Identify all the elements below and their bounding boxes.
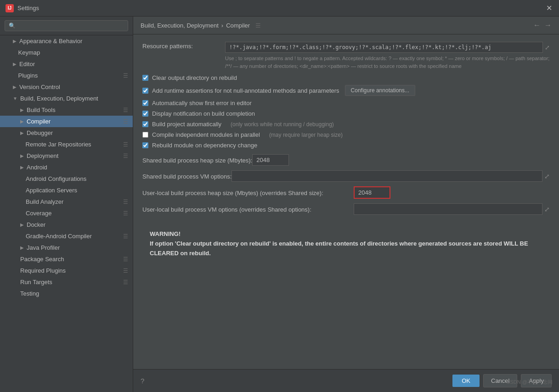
sidebar-item-editor[interactable]: ▶ Editor	[0, 58, 133, 70]
search-box	[0, 17, 133, 35]
arrow-icon: ▶	[13, 84, 17, 90]
build-auto-note: (only works while not running / debuggin…	[231, 121, 334, 128]
forward-button[interactable]: →	[544, 21, 552, 29]
sidebar-item-label: Application Servers	[26, 187, 77, 194]
sidebar-item-build-tools[interactable]: ▶ Build Tools ☰	[0, 104, 133, 116]
heap-size-label: Shared build process heap size (Mbytes):	[142, 156, 252, 164]
sidebar-item-debugger[interactable]: ▶ Debugger	[0, 127, 133, 139]
sidebar-item-app-servers[interactable]: Application Servers	[0, 185, 133, 196]
resource-patterns-hint: Use ; to separate patterns and ! to nega…	[225, 55, 550, 70]
search-input[interactable]	[5, 20, 128, 31]
sidebar-item-label: Compiler	[27, 118, 51, 125]
user-heap-label: User-local build process heap size (Mbyt…	[142, 189, 354, 196]
sidebar-item-label: Android Configurations	[26, 175, 86, 182]
checkbox-display-notification: Display notification on build completion	[142, 110, 550, 117]
sidebar-item-label: Run Targets	[20, 279, 52, 286]
vm-options-input[interactable]	[232, 170, 542, 182]
ok-button[interactable]: OK	[452, 375, 480, 387]
resource-patterns-row: Resource patterns: ⤢ Use ; to separate p…	[142, 42, 550, 70]
sidebar-item-plugins[interactable]: Plugins ☰	[0, 70, 133, 81]
build-auto-checkbox[interactable]	[142, 121, 148, 127]
sidebar-item-label: Appearance & Behavior	[19, 38, 82, 45]
sidebar-item-android-config[interactable]: Android Configurations	[0, 173, 133, 185]
heap-size-input[interactable]	[252, 154, 289, 166]
help-button[interactable]: ?	[141, 377, 144, 385]
back-button[interactable]: ←	[533, 21, 541, 29]
watermark: CSDN @不过一念间	[507, 379, 553, 386]
sidebar-item-label: Keymap	[18, 49, 40, 56]
sidebar-item-testing[interactable]: Testing	[0, 288, 133, 299]
sidebar-item-run-targets[interactable]: Run Targets ☰	[0, 276, 133, 288]
sidebar-item-android[interactable]: ▶ Android	[0, 162, 133, 173]
sidebar-item-keymap[interactable]: Keymap	[0, 47, 133, 58]
sidebar-item-label: Editor	[19, 61, 35, 67]
close-button[interactable]: ✕	[546, 5, 553, 12]
user-heap-row: User-local build process heap size (Mbyt…	[142, 186, 550, 199]
rebuild-module-checkbox[interactable]	[142, 142, 148, 148]
user-vm-label: User-local build process VM options (ove…	[142, 205, 354, 213]
clear-output-checkbox[interactable]	[142, 75, 148, 81]
arrow-icon: ▼	[13, 96, 17, 101]
checkbox-build-auto: Build project automatically (only works …	[142, 121, 550, 128]
sidebar-item-label: Coverage	[26, 210, 51, 217]
configure-annotations-button[interactable]: Configure annotations...	[345, 85, 415, 96]
auto-show-error-checkbox[interactable]	[142, 100, 148, 106]
sidebar-item-label: Build Analyzer	[26, 198, 63, 205]
user-vm-input[interactable]	[354, 203, 542, 215]
arrow-icon	[13, 73, 16, 78]
warning-body: If option 'Clear output directory on reb…	[150, 240, 528, 257]
arrow-icon: ▶	[20, 165, 24, 170]
sidebar-item-build-analyzer[interactable]: Build Analyzer ☰	[0, 196, 133, 207]
sidebar-item-java-profiler[interactable]: ▶ Java Profiler	[0, 242, 133, 253]
resource-patterns-input[interactable]	[225, 42, 543, 53]
compiler-settings-content: Resource patterns: ⤢ Use ; to separate p…	[133, 34, 559, 369]
window-title: Settings	[17, 5, 39, 11]
compile-parallel-checkbox[interactable]	[142, 132, 148, 138]
window-controls: ✕	[546, 5, 553, 12]
breadcrumb-separator: ›	[221, 22, 223, 29]
main-panel: Build, Execution, Deployment › Compiler …	[133, 17, 559, 392]
user-vm-expand-icon[interactable]: ⤢	[544, 206, 550, 213]
checkbox-clear-output: Clear output directory on rebuild	[142, 74, 550, 81]
sidebar-item-label: Deployment	[27, 152, 58, 159]
sidebar-item-coverage[interactable]: Coverage ☰	[0, 207, 133, 219]
user-vm-row: User-local build process VM options (ove…	[142, 203, 550, 215]
settings-icon: ☰	[123, 141, 128, 148]
vm-options-row: Shared build process VM options: ⤢	[142, 170, 550, 182]
resource-patterns-label: Resource patterns:	[142, 42, 225, 50]
user-heap-input[interactable]	[354, 186, 390, 199]
sidebar-item-deployment[interactable]: ▶ Deployment ☰	[0, 150, 133, 162]
settings-icon: ☰	[123, 73, 128, 79]
vm-options-expand-icon[interactable]: ⤢	[544, 173, 550, 180]
build-auto-label: Build project automatically	[152, 121, 221, 128]
main-header: Build, Execution, Deployment › Compiler …	[133, 17, 559, 34]
sidebar-item-appearance[interactable]: ▶ Appearance & Behavior	[0, 35, 133, 47]
settings-icon: ☰	[123, 210, 128, 217]
sidebar-item-label: Gradle-Android Compiler	[26, 233, 92, 240]
sidebar-item-label: Package Search	[20, 256, 64, 263]
sidebar-item-gradle-android[interactable]: Gradle-Android Compiler ☰	[0, 230, 133, 242]
breadcrumb-current: Compiler	[226, 22, 250, 29]
settings-icon: ☰	[123, 118, 128, 125]
settings-window: IJ Settings ✕ ▶ Appearance & Behavior Ke…	[0, 0, 559, 392]
sidebar-item-required-plugins[interactable]: Required Plugins ☰	[0, 265, 133, 276]
sidebar-item-package-search[interactable]: Package Search ☰	[0, 253, 133, 265]
checkbox-auto-show-error: Automatically show first error in editor	[142, 100, 550, 106]
arrow-icon: ▶	[20, 130, 24, 135]
auto-show-error-label: Automatically show first error in editor	[152, 100, 252, 106]
title-bar: IJ Settings ✕	[0, 0, 559, 17]
app-icon: IJ	[6, 4, 14, 12]
warning-box: WARNING! If option 'Clear output directo…	[142, 224, 550, 263]
sidebar-item-docker[interactable]: ▶ Docker	[0, 219, 133, 230]
expand-icon[interactable]: ⤢	[545, 44, 550, 51]
sidebar-item-remote-jar[interactable]: Remote Jar Repositories ☰	[0, 139, 133, 150]
warning-title: WARNING!	[150, 230, 181, 237]
sidebar-item-version-control[interactable]: ▶ Version Control	[0, 81, 133, 93]
add-runtime-checkbox[interactable]	[142, 88, 148, 94]
arrow-icon: ▶	[13, 62, 17, 67]
display-notification-checkbox[interactable]	[142, 111, 148, 117]
sidebar-item-label: Build, Execution, Deployment	[20, 95, 98, 102]
sidebar-item-compiler[interactable]: ▶ Compiler ☰	[0, 116, 133, 127]
sidebar-item-build-execution[interactable]: ▼ Build, Execution, Deployment	[0, 93, 133, 104]
breadcrumb-parent: Build, Execution, Deployment	[141, 22, 219, 29]
